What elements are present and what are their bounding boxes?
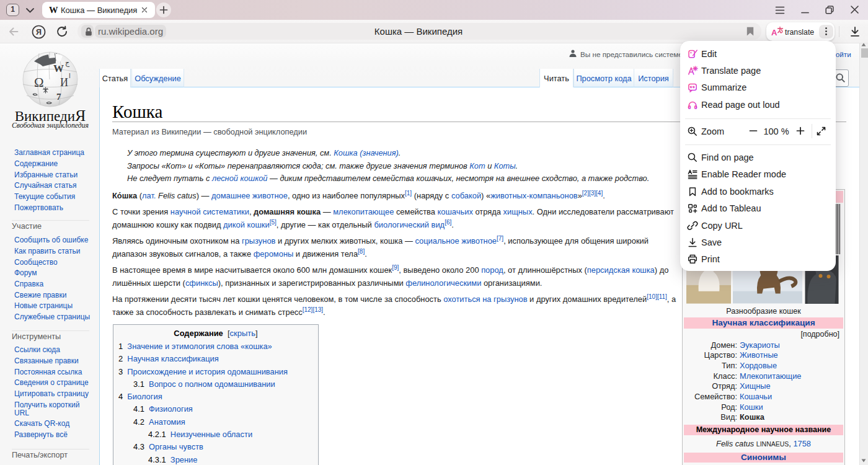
svg-text:Ω: Ω: [34, 75, 44, 90]
svg-text:7: 7: [56, 92, 61, 102]
svg-text:W: W: [53, 63, 64, 74]
svg-text:A: A: [771, 28, 777, 37]
svg-text:И: И: [60, 76, 68, 89]
svg-text:ج: ج: [65, 59, 70, 67]
svg-text:Я: Я: [36, 28, 42, 37]
svg-text:ا: ا: [69, 73, 71, 79]
